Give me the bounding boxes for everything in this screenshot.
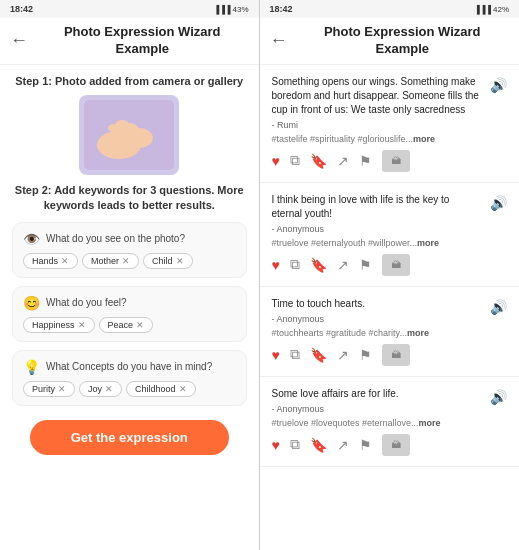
question-header-2: 😊 What do you feel?: [23, 295, 236, 311]
tags-row-3: Purity ✕ Joy ✕ Childhood ✕: [23, 381, 236, 397]
speaker-icon-1[interactable]: 🔊: [490, 77, 507, 93]
question-text-1: What do you see on the photo?: [46, 233, 185, 244]
quote-hashtags-1: #tastelife #spirituality #gloriouslife..…: [272, 134, 483, 144]
image-icon-3[interactable]: 🏔: [382, 344, 410, 366]
more-link-3[interactable]: more: [407, 328, 429, 338]
share-icon-2[interactable]: ↗: [337, 257, 349, 273]
tag-joy[interactable]: Joy ✕: [79, 381, 122, 397]
remove-joy[interactable]: ✕: [105, 384, 113, 394]
photo-placeholder[interactable]: [79, 95, 179, 175]
like-icon-4[interactable]: ♥: [272, 437, 280, 453]
question-header-1: 👁️ What do you see on the photo?: [23, 231, 236, 247]
flag-icon-3[interactable]: ⚑: [359, 347, 372, 363]
remove-happiness[interactable]: ✕: [78, 320, 86, 330]
remove-mother[interactable]: ✕: [122, 256, 130, 266]
quote-card-3: Time to touch hearts. - Anonymous #touch…: [260, 287, 520, 377]
flag-icon-4[interactable]: ⚑: [359, 437, 372, 453]
quote-card-1: Something opens our wings. Something mak…: [260, 65, 520, 183]
quote-card-2: I think being in love with life is the k…: [260, 183, 520, 287]
save-icon-2[interactable]: 🔖: [310, 257, 327, 273]
tag-child[interactable]: Child ✕: [143, 253, 193, 269]
quote-text-3: Time to touch hearts.: [272, 297, 483, 311]
image-icon-1[interactable]: 🏔: [382, 150, 410, 172]
step1-label: Step 1: Photo added from camera or galle…: [12, 75, 247, 87]
quote-actions-1: ♥ ⧉ 🔖 ↗ ⚑ 🏔: [272, 150, 483, 172]
remove-peace[interactable]: ✕: [136, 320, 144, 330]
copy-icon-2[interactable]: ⧉: [290, 256, 300, 273]
smile-icon: 😊: [23, 295, 40, 311]
speaker-icon-2[interactable]: 🔊: [490, 195, 507, 211]
save-icon-4[interactable]: 🔖: [310, 437, 327, 453]
eye-icon: 👁️: [23, 231, 40, 247]
signal-icon-right: ▐▐▐: [474, 5, 491, 14]
time-right: 18:42: [270, 4, 293, 14]
speaker-icon-3[interactable]: 🔊: [490, 299, 507, 315]
share-icon-1[interactable]: ↗: [337, 153, 349, 169]
like-icon-2[interactable]: ♥: [272, 257, 280, 273]
save-icon-3[interactable]: 🔖: [310, 347, 327, 363]
question-block-3: 💡 What Concepts do you have in mind? Pur…: [12, 350, 247, 406]
question-text-3: What Concepts do you have in mind?: [46, 361, 212, 372]
quote-hashtags-3: #touchhearts #gratitude #charity...more: [272, 328, 483, 338]
battery-right: 42%: [493, 5, 509, 14]
remove-hands[interactable]: ✕: [61, 256, 69, 266]
status-bar-left: 18:42 ▐▐▐ 43%: [0, 0, 259, 18]
image-icon-4[interactable]: 🏔: [382, 434, 410, 456]
signal-icon-left: ▐▐▐: [213, 5, 230, 14]
question-header-3: 💡 What Concepts do you have in mind?: [23, 359, 236, 375]
copy-icon-3[interactable]: ⧉: [290, 346, 300, 363]
quote-card-4: Some love affairs are for life. - Anonym…: [260, 377, 520, 467]
remove-childhood[interactable]: ✕: [179, 384, 187, 394]
quote-actions-4: ♥ ⧉ 🔖 ↗ ⚑ 🏔: [272, 434, 483, 456]
quote-author-3: - Anonymous: [272, 314, 483, 324]
quote-actions-2: ♥ ⧉ 🔖 ↗ ⚑ 🏔: [272, 254, 483, 276]
left-content: Step 1: Photo added from camera or galle…: [0, 65, 259, 550]
quote-text-2: I think being in love with life is the k…: [272, 193, 483, 221]
question-block-2: 😊 What do you feel? Happiness ✕ Peace ✕: [12, 286, 247, 342]
quote-text-4: Some love affairs are for life.: [272, 387, 483, 401]
remove-child[interactable]: ✕: [176, 256, 184, 266]
like-icon-3[interactable]: ♥: [272, 347, 280, 363]
nav-bar-left: ← Photo Expression Wizard Example: [0, 18, 259, 65]
quote-actions-3: ♥ ⧉ 🔖 ↗ ⚑ 🏔: [272, 344, 483, 366]
bulb-icon: 💡: [23, 359, 40, 375]
back-button-right[interactable]: ←: [270, 30, 288, 51]
more-link-1[interactable]: more: [413, 134, 435, 144]
flag-icon-1[interactable]: ⚑: [359, 153, 372, 169]
copy-icon-1[interactable]: ⧉: [290, 152, 300, 169]
quotes-list: Something opens our wings. Something mak…: [260, 65, 520, 550]
tag-hands[interactable]: Hands ✕: [23, 253, 78, 269]
quote-hashtags-2: #truelove #eternalyouth #willpower...mor…: [272, 238, 483, 248]
speaker-icon-4[interactable]: 🔊: [490, 389, 507, 405]
nav-bar-right: ← Photo Expression Wizard Example: [260, 18, 520, 65]
page-title-left: Photo Expression Wizard Example: [36, 24, 249, 58]
quote-hashtags-4: #truelove #lovequotes #eternallove...mor…: [272, 418, 483, 428]
save-icon-1[interactable]: 🔖: [310, 153, 327, 169]
status-icons-left: ▐▐▐ 43%: [213, 5, 248, 14]
svg-point-5: [108, 124, 120, 132]
get-expression-button[interactable]: Get the expression: [30, 420, 229, 455]
tag-purity[interactable]: Purity ✕: [23, 381, 75, 397]
time-left: 18:42: [10, 4, 33, 14]
share-icon-4[interactable]: ↗: [337, 437, 349, 453]
more-link-4[interactable]: more: [419, 418, 441, 428]
copy-icon-4[interactable]: ⧉: [290, 436, 300, 453]
back-button-left[interactable]: ←: [10, 30, 28, 51]
status-icons-right: ▐▐▐ 42%: [474, 5, 509, 14]
quote-author-4: - Anonymous: [272, 404, 483, 414]
tag-peace[interactable]: Peace ✕: [99, 317, 154, 333]
remove-purity[interactable]: ✕: [58, 384, 66, 394]
tag-happiness[interactable]: Happiness ✕: [23, 317, 95, 333]
like-icon-1[interactable]: ♥: [272, 153, 280, 169]
status-bar-right: 18:42 ▐▐▐ 42%: [260, 0, 520, 18]
quote-author-2: - Anonymous: [272, 224, 483, 234]
step2-label: Step 2: Add keywords for 3 questions. Mo…: [12, 183, 247, 214]
image-icon-2[interactable]: 🏔: [382, 254, 410, 276]
tag-mother[interactable]: Mother ✕: [82, 253, 139, 269]
question-text-2: What do you feel?: [46, 297, 127, 308]
more-link-2[interactable]: more: [417, 238, 439, 248]
quote-author-1: - Rumi: [272, 120, 483, 130]
tag-childhood[interactable]: Childhood ✕: [126, 381, 196, 397]
share-icon-3[interactable]: ↗: [337, 347, 349, 363]
flag-icon-2[interactable]: ⚑: [359, 257, 372, 273]
